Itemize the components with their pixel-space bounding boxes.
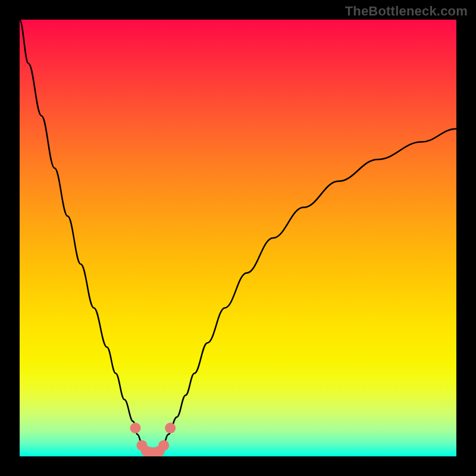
bottleneck-curve [20,20,456,452]
optimum-marker [158,440,169,451]
chart-canvas: TheBottleneck.com [0,0,476,476]
watermark-label: TheBottleneck.com [345,4,468,19]
curve-layer [20,20,456,456]
optimum-marker [165,422,176,433]
plot-area [20,20,456,456]
optimum-marker [130,422,141,433]
